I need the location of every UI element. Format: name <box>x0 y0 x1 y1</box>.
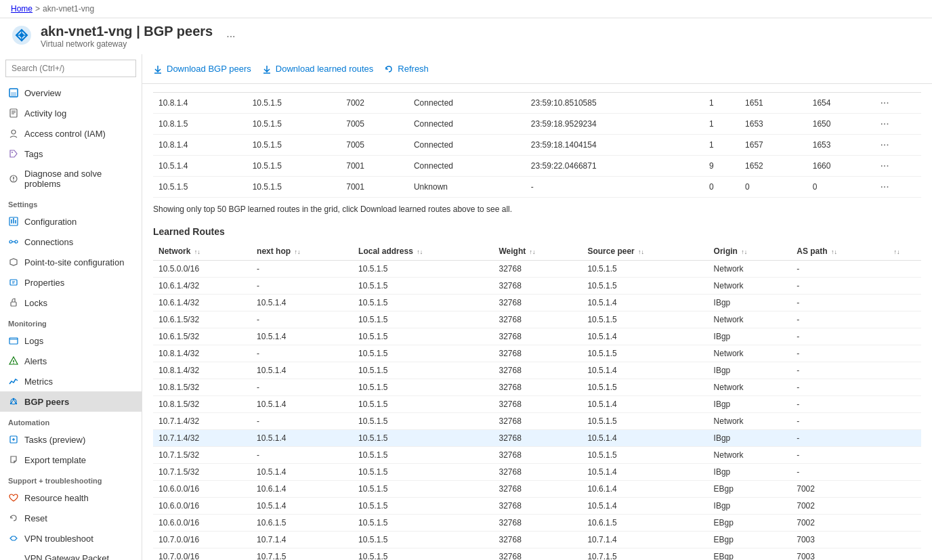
metrics-icon <box>8 376 19 387</box>
sidebar-configuration-label: Configuration <box>24 217 77 227</box>
route-cell-5: IBgp <box>708 362 792 379</box>
col-local <box>247 84 341 93</box>
route-cell-2: 10.5.1.5 <box>353 261 493 278</box>
route-row: 10.7.1.5/32-10.5.1.53276810.5.1.5Network… <box>153 447 921 464</box>
route-cell-4: 10.5.1.4 <box>582 430 708 447</box>
route-cell-3: 32768 <box>493 498 582 515</box>
peer-cell-1: 10.5.1.5 <box>247 135 341 156</box>
refresh-button[interactable]: Refresh <box>384 61 429 77</box>
route-cell-end <box>887 261 921 278</box>
route-cell-end <box>887 515 921 532</box>
props-icon <box>8 277 19 288</box>
route-cell-5: EBgp <box>708 548 792 561</box>
row-more-button[interactable]: ··· <box>880 181 889 193</box>
sidebar-item-iam[interactable]: Access control (IAM) <box>0 123 142 144</box>
row-more-button[interactable]: ··· <box>880 118 889 130</box>
svg-rect-22 <box>10 280 17 285</box>
sidebar-item-vpn-capture[interactable]: VPN Gateway Packet Capture <box>0 548 142 560</box>
header-text: akn-vnet1-vng | BGP peers Virtual networ… <box>41 24 213 49</box>
col-network[interactable]: Network ↑↓ <box>153 242 251 261</box>
sidebar-item-export-template[interactable]: Export template <box>0 450 142 470</box>
peer-cell-6: 0 <box>740 177 807 198</box>
breadcrumb-home[interactable]: Home <box>11 4 33 14</box>
route-cell-6: - <box>791 311 887 328</box>
route-cell-4: 10.5.1.5 <box>582 278 708 295</box>
sidebar-item-logs[interactable]: Logs <box>0 330 142 351</box>
sidebar-item-p2s[interactable]: Point-to-site configuration <box>0 252 142 272</box>
route-row: 10.6.1.5/32-10.5.1.53276810.5.1.5Network… <box>153 311 921 328</box>
sidebar-item-metrics[interactable]: Metrics <box>0 371 142 391</box>
sidebar-item-alerts[interactable]: Alerts <box>0 351 142 371</box>
route-cell-1: - <box>251 345 353 362</box>
search-input[interactable] <box>5 60 136 77</box>
download-learned-routes-button[interactable]: Download learned routes <box>262 61 374 77</box>
route-cell-0: 10.7.1.4/32 <box>153 413 251 430</box>
col-origin[interactable]: Origin ↑↓ <box>708 242 792 261</box>
sidebar-item-tasks[interactable]: Tasks (preview) <box>0 429 142 450</box>
breadcrumb-current: akn-vnet1-vng <box>43 4 94 14</box>
sidebar-vpn-capture-label: VPN Gateway Packet Capture <box>24 553 133 560</box>
route-cell-end <box>887 548 921 561</box>
table-row: 10.5.1.410.5.1.57001Connected23:59:22.04… <box>153 156 921 177</box>
sidebar-item-overview[interactable]: Overview <box>0 83 142 103</box>
peer-cell-1: 10.5.1.5 <box>247 114 341 135</box>
route-cell-6: - <box>791 362 887 379</box>
row-more-button[interactable]: ··· <box>880 97 889 109</box>
sidebar-item-tags[interactable]: Tags <box>0 144 142 164</box>
sidebar-item-locks[interactable]: Locks <box>0 293 142 313</box>
table-row: 10.8.1.510.5.1.57005Connected23:59:18.95… <box>153 114 921 135</box>
col-sourcepeer[interactable]: Source peer ↑↓ <box>582 242 708 261</box>
more-options-btn[interactable]: ··· <box>226 30 235 43</box>
col-aspath[interactable]: AS path ↑↓ <box>791 242 887 261</box>
sidebar-item-activity-log[interactable]: Activity log <box>0 103 142 123</box>
route-cell-4: 10.5.1.5 <box>582 379 708 396</box>
route-cell-3: 32768 <box>493 362 582 379</box>
main-content: Download BGP peers Download learned rout… <box>142 54 932 560</box>
sidebar-item-configuration[interactable]: Configuration <box>0 211 142 232</box>
route-cell-0: 10.7.1.4/32 <box>153 430 251 447</box>
sidebar-item-diagnose[interactable]: Diagnose and solve problems <box>0 164 142 194</box>
peers-table-area: 10.8.1.410.5.1.57002Connected23:59:10.85… <box>142 84 932 198</box>
learned-routes-title: Learned Routes <box>142 221 932 242</box>
download-bgp-peers-button[interactable]: Download BGP peers <box>153 61 251 77</box>
table-row: 10.8.1.410.5.1.57002Connected23:59:10.85… <box>153 93 921 114</box>
bgp-icon <box>8 396 19 407</box>
log-icon <box>8 108 19 119</box>
route-cell-6: - <box>791 345 887 362</box>
route-cell-5: EBgp <box>708 481 792 498</box>
peer-cell-5: 0 <box>704 177 740 198</box>
sidebar-item-resource-health[interactable]: Resource health <box>0 488 142 508</box>
row-more-button[interactable]: ··· <box>880 139 889 151</box>
route-cell-6: - <box>791 464 887 481</box>
route-row: 10.6.0.0/1610.6.1.510.5.1.53276810.6.1.5… <box>153 515 921 532</box>
col-uptime <box>526 84 704 93</box>
route-cell-1: 10.5.1.4 <box>251 464 353 481</box>
svg-rect-26 <box>9 338 18 344</box>
route-cell-3: 32768 <box>493 464 582 481</box>
route-cell-3: 32768 <box>493 328 582 345</box>
sidebar-item-connections[interactable]: Connections <box>0 232 142 252</box>
route-cell-3: 32768 <box>493 447 582 464</box>
logs-icon <box>8 335 19 346</box>
route-cell-6: 7002 <box>791 481 887 498</box>
sidebar-item-reset[interactable]: Reset <box>0 508 142 528</box>
route-cell-0: 10.7.0.0/16 <box>153 532 251 548</box>
row-more-button[interactable]: ··· <box>880 160 889 172</box>
route-row: 10.7.1.5/3210.5.1.410.5.1.53276810.5.1.4… <box>153 464 921 481</box>
route-cell-1: 10.7.1.5 <box>251 548 353 561</box>
route-cell-2: 10.5.1.5 <box>353 498 493 515</box>
sidebar-item-vpn-troubleshoot[interactable]: VPN troubleshoot <box>0 528 142 548</box>
col-localaddr[interactable]: Local address ↑↓ <box>353 242 493 261</box>
route-cell-0: 10.7.1.5/32 <box>153 464 251 481</box>
peer-cell-5: 1 <box>704 114 740 135</box>
sidebar-item-properties[interactable]: Properties <box>0 272 142 293</box>
route-cell-6: 7002 <box>791 498 887 515</box>
route-cell-5: Network <box>708 278 792 295</box>
route-row: 10.6.1.5/3210.5.1.410.5.1.53276810.5.1.4… <box>153 328 921 345</box>
peer-cell-0: 10.5.1.4 <box>153 156 247 177</box>
col-nexthop[interactable]: next hop ↑↓ <box>251 242 353 261</box>
sidebar-item-bgp-peers[interactable]: BGP peers <box>0 391 142 412</box>
route-cell-0: 10.6.0.0/16 <box>153 481 251 498</box>
col-weight[interactable]: Weight ↑↓ <box>493 242 582 261</box>
route-cell-end <box>887 396 921 413</box>
